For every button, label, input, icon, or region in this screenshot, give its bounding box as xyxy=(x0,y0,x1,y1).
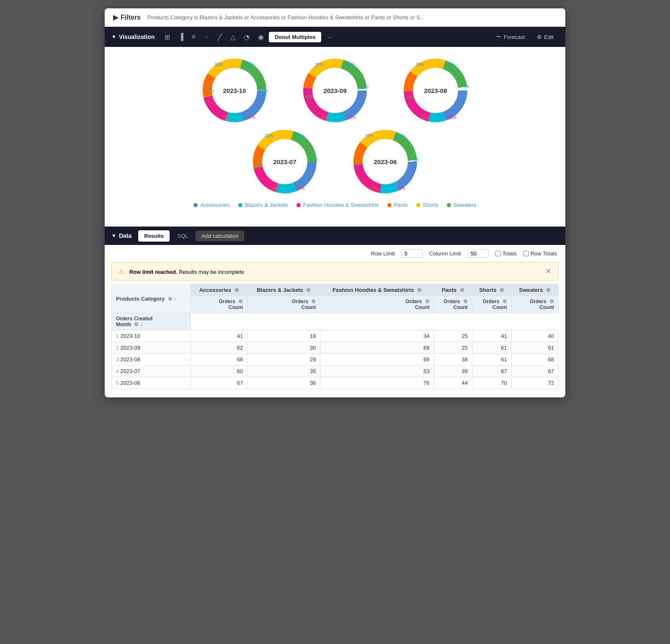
subheader-shorts-count: Orders ⚙ Count xyxy=(472,296,512,313)
charts-area: 2023-10 20% 21% 9% 17% 13% 21% xyxy=(105,47,565,227)
subheader-blazers-count: Orders ⚙ Count xyxy=(247,296,320,313)
scatter-icon[interactable]: ⁘ xyxy=(201,31,213,44)
settings-icon-products[interactable]: ⚙ xyxy=(168,296,173,302)
donut-2023-06: 2023-06 20% 18% 10% 21% 12% 19% xyxy=(352,128,419,195)
edit-button[interactable]: ⚙ Edit xyxy=(532,31,559,43)
cell-sweaters: 61 xyxy=(511,342,558,354)
row-limit-label: Row Limit xyxy=(371,250,395,257)
subheader-pants-count: Orders ⚙ Count xyxy=(434,296,472,313)
cell-sweaters: 72 xyxy=(511,377,558,389)
pivot-link[interactable]: › xyxy=(174,296,176,301)
settings-icon-pnt-count[interactable]: ⚙ xyxy=(463,299,468,304)
donut-multiples-tab[interactable]: Donut Multiples xyxy=(269,32,322,42)
line-chart-icon[interactable]: ╱ xyxy=(214,31,225,44)
warning-close-button[interactable]: ✕ xyxy=(545,267,551,276)
row-number: 1 xyxy=(116,333,119,339)
tab-results[interactable]: Results xyxy=(138,230,170,242)
legend-dot-blazers xyxy=(238,203,242,207)
subheader-accessories-count: Orders ⚙ Count xyxy=(191,296,247,313)
cell-pants: 39 xyxy=(434,366,472,377)
legend-label-blazers: Blazers & Jackets xyxy=(245,202,288,208)
cell-shorts: 61 xyxy=(472,342,512,354)
legend-blazers[interactable]: Blazers & Jackets xyxy=(238,202,288,208)
bar-chart-icon[interactable]: ▐ xyxy=(175,31,186,43)
row-number: 5 xyxy=(116,380,119,386)
cell-accessories: 41 xyxy=(191,330,247,342)
legend-hoodies[interactable]: Fashion Hoodies & Sweatshirts xyxy=(296,202,379,208)
sorted-list-icon[interactable]: ≡ xyxy=(188,31,199,43)
settings-icon-blazers[interactable]: ⚙ xyxy=(306,287,311,293)
totals-checkbox-label[interactable]: Totals xyxy=(495,250,517,257)
cell-hoodies: 76 xyxy=(320,377,434,389)
settings-icon-month[interactable]: ⚙ xyxy=(134,322,139,327)
settings-icon-blz-count[interactable]: ⚙ xyxy=(311,299,316,304)
table-icon[interactable]: ⊞ xyxy=(161,31,173,44)
cell-blazers: 18 xyxy=(247,330,320,342)
legend-sweaters[interactable]: Sweaters xyxy=(447,202,476,208)
filters-text: Products Category is Blazers & Jackets o… xyxy=(147,14,425,21)
legend-shorts[interactable]: Shorts xyxy=(416,202,439,208)
more-options-button[interactable]: ··· xyxy=(323,31,338,43)
cell-sweaters: 40 xyxy=(511,330,558,342)
map-icon[interactable]: ◉ xyxy=(255,31,267,44)
col-header-pants: Pants ⚙ xyxy=(434,284,472,296)
settings-icon-hoodies[interactable]: ⚙ xyxy=(417,287,422,293)
data-toolbar: ▼ Data Results SQL Add calculation xyxy=(105,227,565,245)
cell-blazers: 36 xyxy=(247,377,320,389)
area-chart-icon[interactable]: △ xyxy=(227,31,239,44)
cell-shorts: 67 xyxy=(472,366,512,377)
table-row: 5 2023-06 67 36 76 44 70 72 xyxy=(112,377,559,389)
forecast-icon: 〜 xyxy=(496,33,501,41)
legend-pants[interactable]: Pants xyxy=(387,202,408,208)
add-calculation-button[interactable]: Add calculation xyxy=(196,231,244,241)
clock-icon[interactable]: ◔ xyxy=(240,31,253,44)
settings-icon-pants[interactable]: ⚙ xyxy=(460,287,464,293)
warning-text: Results may be incomplete xyxy=(179,269,244,275)
cell-accessories: 62 xyxy=(191,342,247,354)
cell-pants: 25 xyxy=(434,342,472,354)
filters-label: Filters xyxy=(121,14,141,21)
tab-sql[interactable]: SQL xyxy=(171,230,194,242)
legend-label-hoodies: Fashion Hoodies & Sweatshirts xyxy=(303,202,379,208)
settings-icon-hoo-count[interactable]: ⚙ xyxy=(425,299,430,304)
donut-2023-09: 2023-09 20% 20% 10% 22% 8% 20% xyxy=(302,57,368,124)
sort-icon-month[interactable]: ↓ xyxy=(140,322,143,327)
chevron-down-icon-data: ▼ xyxy=(111,233,116,239)
controls-row: Row Limit Column Limit Totals Row Totals xyxy=(105,245,565,262)
data-label: ▼ Data xyxy=(111,232,131,239)
row-totals-checkbox-label[interactable]: Row Totals xyxy=(523,250,557,257)
cell-hoodies: 68 xyxy=(320,342,434,354)
row-limit-input[interactable] xyxy=(402,249,423,258)
col-limit-input[interactable] xyxy=(468,249,489,258)
row-number: 4 xyxy=(116,368,119,374)
donut-2023-10: 2023-10 20% 21% 9% 17% 13% 21% xyxy=(201,57,268,124)
settings-icon-accessories[interactable]: ⚙ xyxy=(234,287,239,293)
cell-pants: 44 xyxy=(434,377,472,389)
forecast-button[interactable]: 〜 Forecast xyxy=(491,31,530,43)
legend-label-sweaters: Sweaters xyxy=(454,202,476,208)
row-totals-checkbox[interactable] xyxy=(523,251,529,256)
sliders-icon: ⚙ xyxy=(537,34,542,40)
main-window: ▶ Filters Products Category is Blazers &… xyxy=(105,8,565,397)
cell-hoodies: 53 xyxy=(320,366,434,377)
cell-accessories: 67 xyxy=(191,377,247,389)
chevron-down-icon: ▼ xyxy=(111,34,116,40)
warning-bold: Row limit reached. xyxy=(129,269,178,275)
donut-2023-07: 2023-07 21% 19% 11% 17% 12% 21% xyxy=(251,128,318,195)
cell-sweaters: 67 xyxy=(511,366,558,377)
warning-content: ⚠ Row limit reached. Results may be inco… xyxy=(119,268,244,276)
settings-icon-acc-count[interactable]: ⚙ xyxy=(238,299,243,304)
settings-icon-sweaters[interactable]: ⚙ xyxy=(546,287,551,293)
cell-shorts: 61 xyxy=(472,354,512,366)
settings-icon-shorts[interactable]: ⚙ xyxy=(500,287,504,293)
settings-icon-swt-count[interactable]: ⚙ xyxy=(549,299,554,304)
totals-checkbox[interactable] xyxy=(495,251,501,256)
cell-blazers: 30 xyxy=(247,342,320,354)
subheader-month-label[interactable]: Orders CreatedMonth ⚙ ↓ xyxy=(112,313,191,330)
legend-accessories[interactable]: Accessories xyxy=(193,202,229,208)
filters-toggle[interactable]: ▶ Filters xyxy=(113,13,141,21)
settings-icon-sht-count[interactable]: ⚙ xyxy=(502,299,507,304)
col-header-accessories: Accessories ⚙ xyxy=(191,284,247,296)
table-row: 3 2023-08 68 29 69 38 61 68 xyxy=(112,354,559,366)
chart-label-2023-10: 2023-10 xyxy=(223,87,246,94)
